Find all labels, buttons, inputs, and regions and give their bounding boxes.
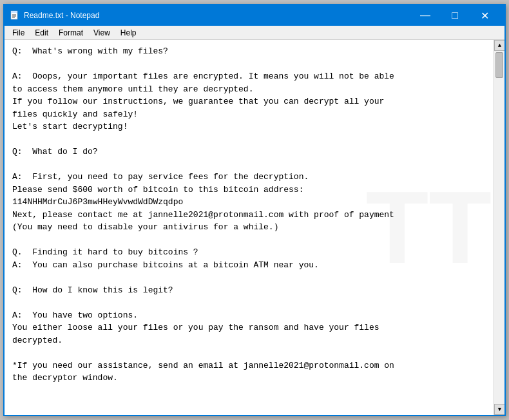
- scroll-track[interactable]: [494, 51, 504, 404]
- title-bar-buttons: — □ ✕: [410, 5, 499, 26]
- title-bar-left: Readme.txt - Notepad: [10, 10, 99, 21]
- menu-format[interactable]: Format: [53, 27, 88, 39]
- notepad-icon: [10, 10, 20, 21]
- menu-view[interactable]: View: [88, 27, 115, 39]
- close-button[interactable]: ✕: [470, 5, 499, 26]
- title-bar: Readme.txt - Notepad — □ ✕: [5, 5, 504, 26]
- window-title: Readme.txt - Notepad: [24, 11, 99, 20]
- menu-help[interactable]: Help: [115, 27, 142, 39]
- content-area: Q: What's wrong with my files? A: Ooops,…: [5, 40, 504, 415]
- menu-edit[interactable]: Edit: [30, 27, 53, 39]
- notepad-window: Readme.txt - Notepad — □ ✕ File Edit For…: [3, 4, 506, 416]
- vertical-scrollbar[interactable]: ▲ ▼: [494, 40, 504, 415]
- menu-file[interactable]: File: [7, 27, 30, 39]
- svg-rect-1: [11, 11, 17, 13]
- scroll-up-button[interactable]: ▲: [494, 40, 504, 51]
- maximize-button[interactable]: □: [440, 5, 470, 26]
- scroll-thumb[interactable]: [495, 52, 503, 78]
- menu-bar: File Edit Format View Help: [5, 26, 504, 40]
- text-editor[interactable]: Q: What's wrong with my files? A: Ooops,…: [5, 40, 494, 415]
- minimize-button[interactable]: —: [410, 5, 440, 26]
- scroll-down-button[interactable]: ▼: [494, 404, 504, 415]
